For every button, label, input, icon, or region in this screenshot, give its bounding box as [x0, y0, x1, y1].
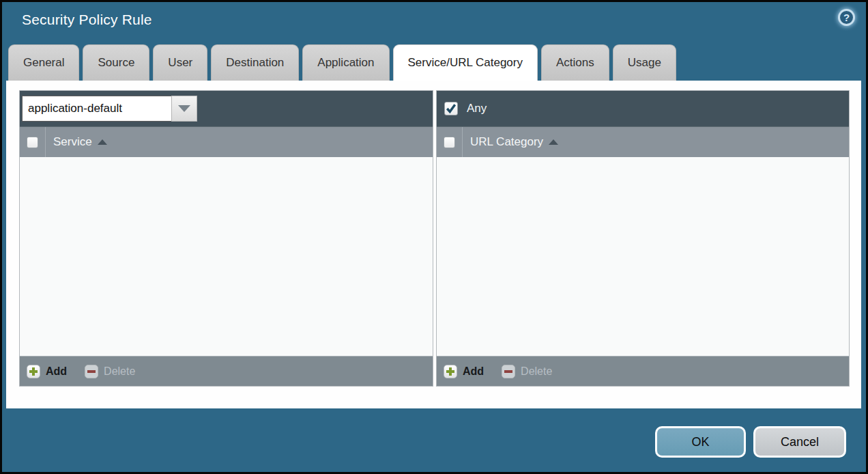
any-checkbox[interactable]: [444, 102, 458, 115]
service-column-header: Service: [20, 126, 433, 157]
service-column-label: Service: [53, 135, 92, 149]
service-type-input[interactable]: [22, 96, 171, 122]
minus-icon: [502, 365, 515, 378]
service-panel-header: [20, 91, 433, 126]
plus-icon: [444, 365, 457, 378]
sort-ascending-icon: [549, 139, 558, 145]
url-category-panel: Any URL Category: [436, 90, 850, 387]
tab-general[interactable]: General: [8, 44, 79, 81]
url-category-column-header: URL Category: [437, 126, 849, 157]
service-list: [20, 157, 433, 356]
tab-source[interactable]: Source: [83, 44, 149, 81]
service-add-button[interactable]: Add: [27, 365, 67, 378]
minus-icon: [85, 365, 98, 378]
service-type-combo: [22, 96, 197, 122]
dialog-title: Security Policy Rule: [22, 12, 152, 28]
url-category-column-sort[interactable]: URL Category: [463, 135, 558, 149]
url-category-column-label: URL Category: [470, 135, 543, 149]
tab-destination[interactable]: Destination: [211, 44, 299, 81]
service-type-dropdown-button[interactable]: [171, 96, 197, 122]
service-column-sort[interactable]: Service: [46, 135, 107, 149]
plus-icon: [27, 365, 40, 378]
tab-application[interactable]: Application: [302, 44, 389, 81]
chevron-down-icon: [178, 105, 190, 112]
tab-service-url-category[interactable]: Service/URL Category: [393, 44, 538, 81]
url-category-add-button[interactable]: Add: [444, 365, 484, 378]
any-label: Any: [467, 102, 487, 115]
url-category-panel-footer: Add Delete: [437, 356, 849, 386]
dialog-body: Service Add Delete: [6, 81, 861, 408]
security-policy-rule-dialog: Security Policy Rule ? General Source Us…: [0, 0, 868, 474]
service-delete-button[interactable]: Delete: [85, 365, 135, 378]
service-select-all-checkbox[interactable]: [27, 137, 38, 148]
cancel-button[interactable]: Cancel: [753, 426, 846, 458]
url-category-panel-header: Any: [437, 91, 849, 126]
ok-button[interactable]: OK: [655, 426, 746, 458]
tab-bar: General Source User Destination Applicat…: [8, 44, 676, 81]
tab-actions[interactable]: Actions: [541, 44, 609, 81]
service-panel-footer: Add Delete: [20, 356, 433, 386]
url-category-select-all-checkbox[interactable]: [444, 137, 455, 148]
url-category-list: [437, 157, 849, 356]
help-icon[interactable]: ?: [838, 9, 855, 26]
check-icon: [446, 103, 457, 114]
url-category-delete-button[interactable]: Delete: [502, 365, 552, 378]
tab-user[interactable]: User: [153, 44, 207, 81]
tab-usage[interactable]: Usage: [613, 44, 676, 81]
sort-ascending-icon: [98, 139, 107, 145]
service-panel: Service Add Delete: [19, 90, 433, 387]
